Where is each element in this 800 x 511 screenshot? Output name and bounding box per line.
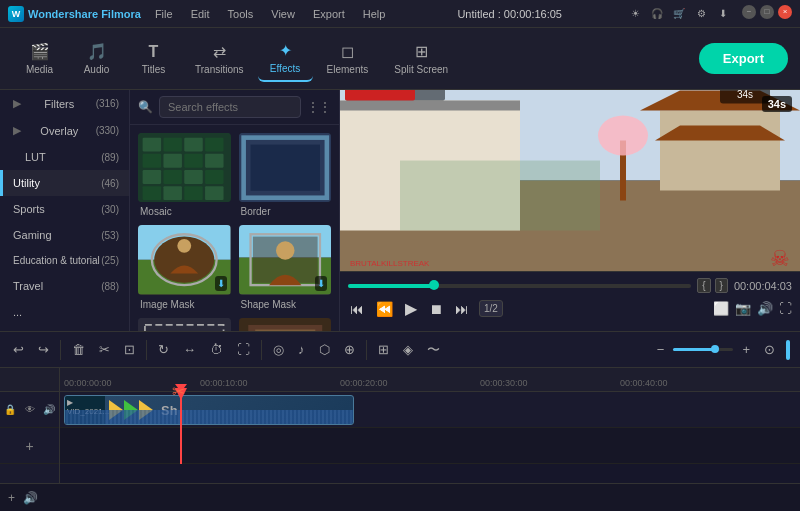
timeline-playhead[interactable] <box>180 392 182 464</box>
preview-camera-icon[interactable]: 📷 <box>735 301 751 316</box>
svg-rect-8 <box>205 154 224 168</box>
effect-shape-mask[interactable]: ⬇ Shape Mask <box>239 225 332 309</box>
category-name: LUT <box>13 151 46 163</box>
tool-effects[interactable]: ✦ Effects <box>258 35 313 82</box>
category-overlay[interactable]: ▶ Overlay (330) <box>0 117 129 144</box>
delete-button[interactable]: 🗑 <box>67 338 90 361</box>
effect-shape-mask-thumb: ⬇ <box>239 225 332 294</box>
menu-edit[interactable]: Edit <box>183 6 218 22</box>
crop-button[interactable]: ⊡ <box>119 338 140 361</box>
tool-split-screen[interactable]: ⊞ Split Screen <box>382 36 460 81</box>
close-button[interactable]: × <box>778 5 792 19</box>
preview-clip-icon[interactable]: ⬜ <box>713 301 729 316</box>
ruler-10: 00:00:10:00 <box>200 378 248 388</box>
svg-rect-14 <box>163 186 182 200</box>
preview-fullscreen-icon[interactable]: ⛶ <box>779 301 792 316</box>
zoom-in-button[interactable]: ⊕ <box>339 338 360 361</box>
plus-track-icon[interactable]: + <box>25 438 33 454</box>
progress-fill <box>348 284 434 288</box>
speed-button[interactable]: ⏱ <box>205 338 228 361</box>
export-button[interactable]: Export <box>699 43 788 74</box>
download-icon[interactable]: ⬇ <box>714 5 732 23</box>
effect-border[interactable]: Border <box>239 133 332 217</box>
stabilize-button[interactable]: ◎ <box>268 338 289 361</box>
effect-image-mask[interactable]: ⬇ Image Mask <box>138 225 231 309</box>
grid-options-icon[interactable]: ⋮⋮ <box>307 100 331 114</box>
category-travel[interactable]: Travel (88) <box>0 273 129 299</box>
bracket-out[interactable]: } <box>715 278 728 293</box>
play-back-button[interactable]: ⏪ <box>374 299 395 319</box>
mask-button[interactable]: ⬡ <box>314 338 335 361</box>
sun-icon[interactable]: ☀ <box>626 5 644 23</box>
cut-button[interactable]: ✂ <box>94 338 115 361</box>
flip-button[interactable]: ↔ <box>178 338 201 361</box>
progress-handle[interactable] <box>429 280 439 290</box>
menu-file[interactable]: File <box>147 6 181 22</box>
search-input[interactable] <box>159 96 301 118</box>
snap-button[interactable]: ⊞ <box>373 338 394 361</box>
zoom-minus-button[interactable]: − <box>652 338 670 361</box>
category-sports[interactable]: Sports (30) <box>0 196 129 222</box>
menu-view[interactable]: View <box>263 6 303 22</box>
svg-rect-2 <box>163 138 182 152</box>
category-education[interactable]: Education & tutorial (25) <box>0 248 129 273</box>
app-name: Wondershare Filmora <box>28 8 141 20</box>
tool-elements[interactable]: ◻ Elements <box>315 36 381 81</box>
cart-icon[interactable]: 🛒 <box>670 5 688 23</box>
timeline-ruler: 00:00:00:00 00:00:10:00 00:00:20:00 00:0… <box>60 368 800 392</box>
tool-transitions[interactable]: ⇄ Transitions <box>183 36 256 81</box>
effect-border-thumb <box>239 133 332 202</box>
ruler-0: 00:00:00:00 <box>64 378 112 388</box>
play-button[interactable]: ▶ <box>403 297 419 320</box>
game-preview: 34s ☠ BRUTALKILLSTREAK <box>340 90 800 271</box>
svg-rect-6 <box>163 154 182 168</box>
category-gaming[interactable]: Gaming (53) <box>0 222 129 248</box>
category-utility[interactable]: Utility (46) <box>0 170 129 196</box>
category-lut[interactable]: LUT (89) <box>0 144 129 170</box>
fullscreen-button[interactable]: ⛶ <box>232 338 255 361</box>
menu-tools[interactable]: Tools <box>220 6 262 22</box>
svg-rect-44 <box>660 111 780 191</box>
step-back-button[interactable]: ⏮ <box>348 299 366 319</box>
volume-slider-button[interactable]: 🔊 <box>23 491 38 505</box>
wave-button[interactable]: 〜 <box>422 337 445 363</box>
video-clip[interactable]: ▶ VID_2021... Sh <box>64 395 354 425</box>
category-name: Utility <box>13 177 40 189</box>
bracket-in[interactable]: { <box>697 278 710 293</box>
progress-bar[interactable] <box>348 284 691 288</box>
svg-rect-43 <box>340 101 520 111</box>
redo-button[interactable]: ↪ <box>33 338 54 361</box>
rotate-button[interactable]: ↻ <box>153 338 174 361</box>
effect-5[interactable]: ⬇ <box>138 318 231 331</box>
fit-button[interactable]: ⊙ <box>759 338 780 361</box>
scissors-icon: ✂ <box>172 382 185 401</box>
tool-audio[interactable]: 🎵 Audio <box>69 36 124 81</box>
minimize-button[interactable]: − <box>742 5 756 19</box>
menu-export[interactable]: Export <box>305 6 353 22</box>
headphone-icon[interactable]: 🎧 <box>648 5 666 23</box>
svg-rect-5 <box>143 154 162 168</box>
effect-6[interactable]: ⬇ <box>239 318 332 331</box>
effect-mosaic[interactable]: Mosaic <box>138 133 231 217</box>
menu-help[interactable]: Help <box>355 6 394 22</box>
add-marker-button[interactable]: ◈ <box>398 338 418 361</box>
tool-media[interactable]: 🎬 Media <box>12 36 67 81</box>
category-more[interactable]: ... <box>0 299 129 325</box>
step-fwd-button[interactable]: ⏭ <box>453 299 471 319</box>
svg-rect-7 <box>184 154 203 168</box>
speed-selector[interactable]: 1/2 <box>479 300 503 317</box>
add-track-button[interactable]: + <box>8 491 15 505</box>
toolbar-tools: 🎬 Media 🎵 Audio T Titles ⇄ Transitions ✦… <box>12 35 460 82</box>
audio-edit-button[interactable]: ♪ <box>293 338 310 361</box>
settings-icon[interactable]: ⚙ <box>692 5 710 23</box>
tool-titles[interactable]: T Titles <box>126 37 181 81</box>
download-badge-imgmask: ⬇ <box>215 276 227 291</box>
maximize-button[interactable]: □ <box>760 5 774 19</box>
stop-button[interactable]: ⏹ <box>427 299 445 319</box>
category-filters[interactable]: ▶ Filters (316) <box>0 90 129 117</box>
preview-volume-icon[interactable]: 🔊 <box>757 301 773 316</box>
zoom-plus-button[interactable]: + <box>737 338 755 361</box>
undo-button[interactable]: ↩ <box>8 338 29 361</box>
svg-rect-53 <box>345 90 415 101</box>
category-count: (53) <box>101 230 119 241</box>
